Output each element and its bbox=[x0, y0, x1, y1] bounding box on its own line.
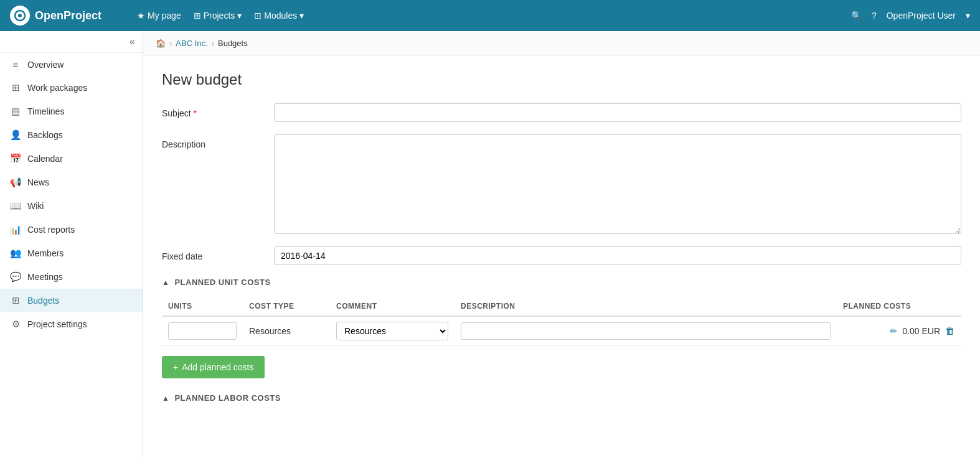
main-content: 🏠 › ABC Inc. › Budgets New budget Subjec… bbox=[143, 31, 980, 458]
budgets-icon: ⊞ bbox=[10, 295, 21, 306]
user-menu[interactable]: OpenProject User bbox=[887, 11, 956, 21]
sidebar-item-meetings[interactable]: 💬 Meetings bbox=[0, 265, 143, 289]
sidebar-item-label: Timelines bbox=[27, 106, 64, 116]
top-navigation: OpenProject ★ My page ⊞ Projects ▾ ⊡ Mod… bbox=[0, 0, 980, 31]
top-nav-links: ★ My page ⊞ Projects ▾ ⊡ Modules ▾ bbox=[137, 11, 836, 21]
sidebar-item-label: Work packages bbox=[27, 83, 87, 93]
sidebar-item-label: Meetings bbox=[27, 272, 63, 282]
star-icon: ★ bbox=[137, 11, 145, 21]
wiki-icon: 📖 bbox=[10, 200, 21, 212]
sidebar-item-label: Backlogs bbox=[27, 130, 63, 140]
planned-unit-costs-table: UNITS COST TYPE COMMENT DESCRIPTION PLAN bbox=[162, 297, 961, 346]
backlogs-icon: 👤 bbox=[10, 129, 21, 141]
planned-labor-costs-chevron: ▲ bbox=[162, 394, 169, 403]
planned-costs-cell: ✏ 0.00 EUR 🗑 bbox=[837, 316, 961, 346]
sidebar-item-work-packages[interactable]: ⊞ Work packages bbox=[0, 76, 143, 100]
svg-point-1 bbox=[18, 14, 22, 17]
search-icon[interactable]: 🔍 bbox=[851, 11, 862, 21]
modules-chevron: ▾ bbox=[299, 11, 304, 21]
my-page-link[interactable]: ★ My page bbox=[137, 11, 181, 21]
news-icon: 📢 bbox=[10, 177, 21, 188]
logo-icon bbox=[10, 6, 30, 26]
fixed-date-input[interactable]: 2016-04-14 bbox=[274, 246, 961, 265]
units-input[interactable] bbox=[168, 322, 237, 340]
meetings-icon: 💬 bbox=[10, 271, 21, 283]
projects-link[interactable]: ⊞ Projects ▾ bbox=[194, 11, 242, 21]
col-header-description: DESCRIPTION bbox=[455, 297, 837, 316]
description-textarea[interactable] bbox=[274, 134, 961, 234]
page-body: New budget Subject * Description Fixed d… bbox=[143, 56, 980, 428]
planned-labor-costs-title: PLANNED LABOR COSTS bbox=[174, 393, 281, 403]
col-header-cost-type: COST TYPE bbox=[243, 297, 330, 316]
collapse-button[interactable]: « bbox=[130, 36, 135, 47]
subject-input[interactable] bbox=[274, 103, 961, 122]
help-icon[interactable]: ? bbox=[872, 11, 877, 21]
units-cell bbox=[162, 316, 243, 346]
work-packages-icon: ⊞ bbox=[10, 82, 21, 93]
subject-row: Subject * bbox=[162, 103, 961, 122]
description-cell bbox=[455, 316, 837, 346]
sidebar-item-overview[interactable]: ≡ Overview bbox=[0, 53, 143, 76]
add-planned-costs-button[interactable]: + Add planned costs bbox=[162, 356, 265, 378]
breadcrumb-home[interactable]: 🏠 bbox=[156, 39, 166, 48]
plus-icon: + bbox=[173, 362, 178, 372]
logo-text: OpenProject bbox=[35, 9, 101, 22]
fixed-date-label: Fixed date bbox=[162, 246, 274, 261]
sidebar-item-label: Cost reports bbox=[27, 225, 75, 235]
sidebar-item-project-settings[interactable]: ⚙ Project settings bbox=[0, 312, 143, 336]
table-row: Resources Resources ✏ bbox=[162, 316, 961, 346]
add-planned-costs-label: Add planned costs bbox=[182, 362, 253, 372]
description-row: Description bbox=[162, 134, 961, 234]
sidebar-item-calendar[interactable]: 📅 Calendar bbox=[0, 147, 143, 171]
modules-icon: ⊡ bbox=[254, 11, 261, 21]
planned-costs-value: 0.00 EUR bbox=[902, 326, 940, 336]
timelines-icon: ▤ bbox=[10, 106, 21, 117]
top-nav-right: 🔍 ? OpenProject User ▾ bbox=[851, 11, 970, 21]
user-chevron: ▾ bbox=[966, 11, 970, 21]
comment-select[interactable]: Resources bbox=[336, 322, 448, 340]
breadcrumb-separator-2: › bbox=[212, 39, 214, 48]
col-header-comment: COMMENT bbox=[330, 297, 455, 316]
layers-icon: ⊞ bbox=[194, 11, 201, 21]
breadcrumb-separator-1: › bbox=[169, 39, 172, 48]
col-header-units: UNITS bbox=[162, 297, 243, 316]
sidebar-item-label: Calendar bbox=[27, 154, 63, 164]
sidebar-item-label: Members bbox=[27, 248, 64, 258]
project-settings-icon: ⚙ bbox=[10, 319, 21, 330]
sidebar-item-label: Wiki bbox=[27, 201, 44, 211]
sidebar-item-members[interactable]: 👥 Members bbox=[0, 241, 143, 265]
description-input[interactable] bbox=[461, 322, 831, 340]
edit-icon[interactable]: ✏ bbox=[890, 326, 897, 336]
sidebar-collapse: « bbox=[0, 31, 143, 53]
members-icon: 👥 bbox=[10, 248, 21, 259]
description-label: Description bbox=[162, 134, 274, 149]
logo[interactable]: OpenProject bbox=[10, 6, 122, 26]
breadcrumb-current: Budgets bbox=[218, 39, 248, 48]
table-header-row: UNITS COST TYPE COMMENT DESCRIPTION PLAN bbox=[162, 297, 961, 316]
breadcrumb: 🏠 › ABC Inc. › Budgets bbox=[143, 31, 980, 56]
sidebar-item-wiki[interactable]: 📖 Wiki bbox=[0, 194, 143, 218]
sidebar-item-label: Budgets bbox=[27, 296, 59, 306]
cost-reports-icon: 📊 bbox=[10, 224, 21, 235]
sidebar-item-budgets[interactable]: ⊞ Budgets bbox=[0, 289, 143, 312]
required-indicator: * bbox=[194, 108, 197, 118]
breadcrumb-project[interactable]: ABC Inc. bbox=[176, 39, 207, 48]
cost-type-cell: Resources bbox=[243, 316, 330, 346]
sidebar-item-news[interactable]: 📢 News bbox=[0, 171, 143, 194]
modules-link[interactable]: ⊡ Modules ▾ bbox=[254, 11, 304, 21]
delete-icon[interactable]: 🗑 bbox=[945, 325, 955, 337]
planned-labor-costs-header[interactable]: ▲ PLANNED LABOR COSTS bbox=[162, 393, 961, 403]
sidebar: « ≡ Overview ⊞ Work packages ▤ Timelines… bbox=[0, 31, 143, 458]
cost-type-value: Resources bbox=[249, 326, 291, 336]
fixed-date-row: Fixed date 2016-04-14 bbox=[162, 246, 961, 265]
col-header-planned-costs: PLANNED COSTS bbox=[837, 297, 961, 316]
sidebar-item-label: Overview bbox=[27, 60, 64, 70]
comment-cell: Resources bbox=[330, 316, 455, 346]
home-icon: 🏠 bbox=[156, 39, 166, 48]
sidebar-item-cost-reports[interactable]: 📊 Cost reports bbox=[0, 218, 143, 241]
planned-unit-costs-chevron: ▲ bbox=[162, 278, 169, 287]
sidebar-item-label: Project settings bbox=[27, 319, 87, 329]
sidebar-item-timelines[interactable]: ▤ Timelines bbox=[0, 100, 143, 123]
planned-unit-costs-header[interactable]: ▲ PLANNED UNIT COSTS bbox=[162, 278, 961, 287]
sidebar-item-backlogs[interactable]: 👤 Backlogs bbox=[0, 123, 143, 147]
